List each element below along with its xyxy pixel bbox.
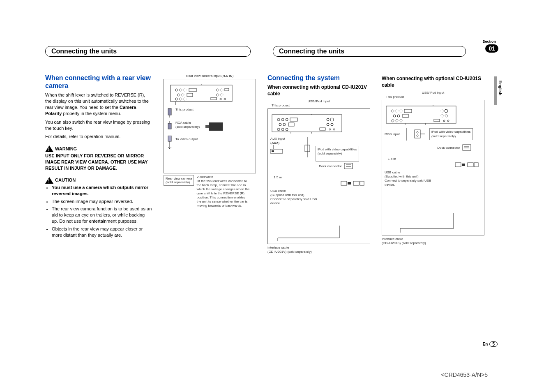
- caution-list: You must use a camera which outputs mirr…: [45, 184, 152, 238]
- svg-point-5: [177, 94, 180, 96]
- svg-point-43: [327, 123, 329, 126]
- column-rear-view-camera: When connecting with a rear view camera …: [45, 74, 152, 254]
- svg-rect-78: [434, 119, 440, 122]
- svg-point-33: [286, 118, 288, 121]
- page-lang-code: En: [483, 342, 488, 346]
- usb-supplied-label-2: (Supplied with this unit): [385, 175, 482, 179]
- svg-rect-92: [455, 163, 461, 167]
- rc-in-label-b: ): [233, 74, 234, 78]
- rca-cable-label: RCA cable: [175, 121, 200, 125]
- dock-connector-label-2: Dock connector: [437, 146, 460, 150]
- svg-point-87: [417, 135, 418, 136]
- head-unit-icon-2: [270, 114, 344, 134]
- usb-line-icon: [302, 137, 312, 161]
- rc-in-label-bold: R.C IN: [223, 74, 233, 78]
- caution-item-2: The screen image may appear reversed.: [52, 198, 152, 205]
- svg-point-66: [400, 110, 402, 112]
- svg-point-11: [217, 89, 219, 91]
- column-rear-camera-diagram: Rear view camera input (R.C IN): [164, 74, 256, 254]
- to-video-output-label: To video output: [175, 137, 198, 141]
- usb-supplied-label: (Supplied with this unit): [270, 193, 367, 197]
- usb-cable-label: USB cable: [270, 189, 367, 193]
- caution-icon: [45, 177, 53, 184]
- usb-connect-label: Connect to separately sold USB device.: [270, 197, 324, 205]
- svg-rect-60: [348, 182, 351, 184]
- usb-ipod-input-label: USB/iPod input: [267, 99, 370, 104]
- svg-rect-59: [341, 181, 347, 185]
- svg-point-2: [180, 89, 182, 91]
- svg-point-64: [392, 110, 394, 112]
- rc-in-label-a: Rear view camera input (: [186, 74, 223, 78]
- svg-rect-25: [209, 122, 223, 131]
- caution-item-1: You must use a camera which outputs mirr…: [52, 184, 152, 197]
- svg-point-32: [281, 118, 284, 121]
- svg-point-35: [279, 123, 281, 126]
- svg-rect-16: [211, 97, 217, 100]
- svg-rect-95: [474, 163, 478, 167]
- svg-rect-21: [168, 108, 171, 115]
- column-connecting-system: Connecting the system When connecting wi…: [267, 74, 370, 254]
- svg-point-17: [220, 98, 221, 100]
- rca-plug-icon: [166, 108, 173, 118]
- dock-connector-icon: [343, 161, 355, 171]
- rgb-input-label: RGB input: [385, 132, 400, 136]
- svg-rect-53: [272, 150, 274, 152]
- rgb-connector-icon: [402, 128, 427, 141]
- interface-cable-line-icon: [270, 226, 343, 242]
- cable-length-label-2: 1.5 m: [388, 157, 482, 161]
- usb-connector-icon-2: [454, 161, 479, 169]
- svg-point-10: [184, 98, 186, 100]
- svg-point-41: [327, 118, 329, 121]
- svg-point-14: [217, 94, 219, 96]
- ipod-video-label-2: iPod with video capabilities: [431, 130, 471, 134]
- svg-point-15: [221, 94, 223, 96]
- this-product-label-3: This product: [386, 95, 484, 99]
- ipod-video-label: iPod with video capabilities: [318, 148, 357, 152]
- rear-view-camera-label: Rear view camera: [166, 177, 192, 180]
- head-unit-icon: [166, 84, 236, 105]
- rear-camera-p3: For details, refer to operation manual.: [45, 134, 152, 140]
- svg-rect-7: [187, 93, 193, 97]
- rca-plug-icon-2: [166, 121, 173, 130]
- warning-icon: [45, 145, 53, 152]
- svg-rect-70: [403, 114, 408, 118]
- svg-rect-85: [415, 130, 420, 138]
- svg-point-9: [180, 98, 182, 100]
- svg-rect-34: [290, 118, 297, 121]
- svg-point-79: [443, 120, 445, 122]
- svg-point-31: [277, 118, 280, 121]
- caution-item-4: Objects in the rear view may appear clos…: [52, 226, 152, 238]
- header-left: Connecting the units: [45, 46, 251, 57]
- dock-connector-label: Dock connector: [319, 164, 342, 168]
- svg-point-38: [277, 128, 280, 131]
- svg-point-76: [441, 115, 443, 117]
- svg-point-3: [184, 89, 186, 91]
- dock-connector-icon-2: [461, 143, 473, 153]
- header-right: Connecting the units: [273, 46, 466, 57]
- interface-cable-line-icon-2: [384, 213, 458, 233]
- svg-rect-67: [404, 109, 412, 113]
- aux-plug-icon: [270, 145, 287, 154]
- interface-cable-model-2: (CD-IU201S) (sold separately): [382, 241, 484, 245]
- footer-reference: <CRD4653-A/N>5: [441, 371, 488, 378]
- svg-point-72: [396, 120, 398, 122]
- ipod-sold-sep: (sold separately): [318, 152, 357, 156]
- svg-rect-56: [344, 163, 353, 169]
- interface-cable-label-2: Interface cable: [382, 237, 484, 241]
- head-unit-icon-3: [385, 105, 459, 125]
- rear-camera-p2: You can also switch the rear view image …: [45, 119, 152, 131]
- page-number-value: 5: [489, 341, 498, 347]
- svg-rect-89: [463, 145, 471, 150]
- svg-rect-45: [320, 128, 325, 130]
- svg-rect-4: [189, 88, 196, 92]
- svg-rect-62: [360, 181, 364, 185]
- rear-camera-p1b: properly in the system menu.: [62, 111, 121, 116]
- svg-rect-26: [205, 125, 209, 128]
- violet-white-label: Violet/white: [196, 175, 250, 179]
- language-indicator-bar: [494, 76, 497, 105]
- svg-point-69: [397, 115, 400, 117]
- svg-point-8: [175, 98, 178, 100]
- aux-input-label: AUX input: [270, 137, 299, 141]
- rear-camera-p1: When the shift lever is switched to REVE…: [45, 92, 152, 116]
- svg-point-18: [224, 98, 226, 100]
